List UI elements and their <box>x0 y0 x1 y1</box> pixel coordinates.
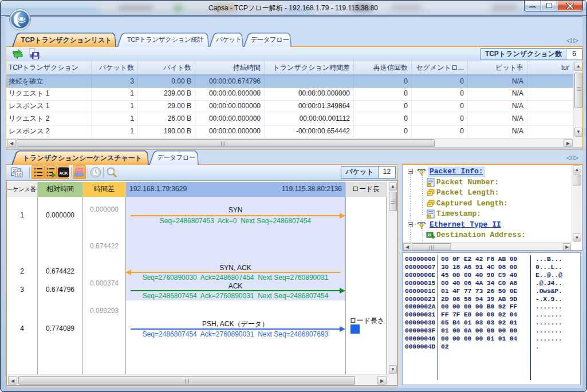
close-button[interactable] <box>557 1 583 11</box>
tree-section-label[interactable]: Ethernet Type II <box>428 220 503 230</box>
titlebar-glass-blob <box>173 4 183 12</box>
table-hscroll-thumb[interactable] <box>17 139 435 147</box>
tree-item-3[interactable]: Captured Length: <box>403 199 572 209</box>
arrow-head <box>340 288 345 294</box>
table-cell: 0.00 B <box>138 76 195 87</box>
packet-seq-detail: Seq=2760890030 Ack=2486807454 Next Seq=2… <box>131 274 340 282</box>
tab-inactive-2[interactable]: パケット <box>209 33 243 47</box>
table-cell: 1 <box>92 100 138 113</box>
zoom-icon[interactable] <box>106 167 117 178</box>
tree-vscroll-thumb[interactable] <box>573 175 581 185</box>
packet-seq-detail: Seq=2486807453 Ack=0 Next Seq=2486807454 <box>131 217 340 225</box>
top-tab-strip: TCPトランザクションリストTCPトランザクション統計パケットデータフロー <box>6 33 582 47</box>
column-header-2[interactable]: バイト数 <box>138 61 195 74</box>
column-header-7[interactable]: ビット率 <box>468 61 527 74</box>
tab-scroll-arrows[interactable]: ◁▷ <box>566 154 581 161</box>
tree-item-2[interactable]: Packet Length: <box>403 188 572 199</box>
column-header-3[interactable]: 持続時間 <box>195 61 265 74</box>
expand-collapse-box[interactable] <box>408 222 413 227</box>
scroll-left-button[interactable]: ◀ <box>7 139 16 147</box>
tab-inactive-3[interactable]: データフロー <box>243 33 291 47</box>
load-length-button[interactable] <box>73 165 86 179</box>
tree-item-label[interactable]: Packet Length: <box>436 188 499 198</box>
scroll-right-button[interactable]: ▶ <box>377 376 387 385</box>
relative-time: 0.674422 <box>38 267 82 275</box>
number-convert-icon[interactable]: 2 10 <box>10 167 23 178</box>
row-divider <box>6 113 573 113</box>
table-vscroll-thumb[interactable] <box>574 73 582 108</box>
tree-item-label[interactable]: Packet Number: <box>436 177 499 188</box>
tree-item-5[interactable]: Ethernet Type II <box>403 220 572 231</box>
table-row-3[interactable]: リクエスト 2126.00 B00:00:00.00000000:00:00.0… <box>6 113 573 125</box>
tab-active-0[interactable]: TCPトランザクションリスト <box>12 33 116 47</box>
table-cell: レスポンス 2 <box>6 125 92 138</box>
chart-vertical-scrollbar[interactable]: ▲ ▼ <box>388 181 397 374</box>
tab-label: データフロー <box>156 153 196 162</box>
maximize-button[interactable] <box>541 1 557 11</box>
table-row-4[interactable]: レスポンス 21190.00 B00:00:00.000000-00:00:00… <box>6 125 573 138</box>
table-row-2[interactable]: レスポンス 1129.00 B00:00:00.00000000:00:01.3… <box>6 100 573 113</box>
tab-active-0[interactable]: トランザクションシーケンスチャート <box>11 151 149 165</box>
scroll-down-button[interactable]: ▼ <box>573 233 581 241</box>
seq-number: 1 <box>7 211 37 219</box>
column-header-5[interactable]: 再送信回数 <box>354 61 412 74</box>
tree-item-4[interactable]: Timestamp: <box>403 209 572 220</box>
scroll-up-button[interactable]: ▲ <box>574 62 582 71</box>
transaction-count-label: TCPトランザクション数 <box>480 48 566 60</box>
tab-inactive-1[interactable]: データフロー <box>149 151 199 165</box>
scroll-right-button[interactable]: ▶ <box>564 139 573 147</box>
tree-vertical-scrollbar[interactable]: ▲ ▼ <box>572 165 581 242</box>
scrollbar-corner <box>573 138 582 147</box>
scroll-up-button[interactable]: ▲ <box>389 182 397 191</box>
nic-icon <box>426 231 435 240</box>
tree-item-0[interactable]: Packet Info: <box>403 167 572 177</box>
scroll-up-button[interactable]: ▲ <box>573 165 581 173</box>
doc-icon <box>426 178 435 187</box>
relative-time: 0.674796 <box>38 286 82 294</box>
expand-collapse-box[interactable] <box>408 169 413 174</box>
save-packets-icon[interactable] <box>27 47 40 60</box>
tree-horizontal-scrollbar[interactable]: ◀ ▶ <box>403 242 572 251</box>
table-horizontal-scrollbar[interactable]: ◀ ▶ <box>6 138 573 147</box>
column-header-4[interactable]: トランザクション時間差 <box>265 61 354 74</box>
ack-toggle-button[interactable]: ACK <box>57 165 69 179</box>
table-vertical-scrollbar[interactable]: ▲ ▼ <box>573 61 582 138</box>
tab-inactive-1[interactable]: TCPトランザクション統計 <box>117 33 209 47</box>
table-cell: 0 <box>412 100 468 113</box>
hex-ascii: 0...L.. <box>535 263 581 271</box>
table-cell: レスポンス 1 <box>6 100 92 113</box>
column-header-6[interactable]: セグメントロ... <box>412 61 468 74</box>
tab-scroll-arrows[interactable]: ◁▷ <box>566 37 581 44</box>
scroll-left-button[interactable]: ◀ <box>403 243 411 251</box>
list-view-button[interactable] <box>31 165 44 179</box>
chart-vscroll-thumb[interactable] <box>389 192 397 211</box>
column-header-1[interactable]: パケット数 <box>92 61 138 74</box>
time-delta: 0.000374 <box>83 279 125 287</box>
clock-icon[interactable] <box>90 167 101 178</box>
tree-item-label[interactable]: Timestamp: <box>436 209 481 219</box>
scroll-down-button[interactable]: ▼ <box>389 365 397 374</box>
chart-hscroll-thumb[interactable] <box>18 376 355 385</box>
title-bar[interactable]: Capsa - TCPフロー解析 - 192.168.1.79 - 119.11… <box>1 1 587 16</box>
chart-horizontal-scrollbar[interactable]: ◀ ▶ <box>7 374 388 385</box>
tree-item-label[interactable]: Captured Length: <box>436 199 508 209</box>
scroll-left-button[interactable]: ◀ <box>8 376 17 385</box>
capsa-logo-icon[interactable] <box>9 9 31 30</box>
column-header-8[interactable]: tur <box>527 61 573 74</box>
scroll-down-button[interactable]: ▼ <box>574 128 582 137</box>
tree-item-6[interactable]: Destination Address: <box>403 230 572 241</box>
table-row-0[interactable]: 接続を確立30.00 B00:00:00.67479600N/A <box>6 75 573 88</box>
table-cell: 00:00:00.000000 <box>195 113 265 125</box>
tree-hscroll-thumb[interactable] <box>412 243 451 251</box>
relative-time: 0.000000 <box>38 211 82 219</box>
minimize-button[interactable] <box>524 1 541 11</box>
tree-item-1[interactable]: Packet Number: <box>403 177 572 188</box>
relocate-icon[interactable] <box>11 49 24 59</box>
column-header-0[interactable]: TCPトランザクション <box>6 61 92 74</box>
capsa-window: Capsa - TCPフロー解析 - 192.168.1.79 - 119.11… <box>0 0 587 392</box>
tree-section-label[interactable]: Packet Info: <box>428 167 485 177</box>
scroll-right-button[interactable]: ▶ <box>563 243 571 251</box>
table-row-1[interactable]: リクエスト 11239.00 B00:00:00.00000000:00:00.… <box>6 88 573 100</box>
tree-item-label[interactable]: Destination Address: <box>436 230 526 240</box>
list-sequence-button[interactable] <box>44 165 57 179</box>
